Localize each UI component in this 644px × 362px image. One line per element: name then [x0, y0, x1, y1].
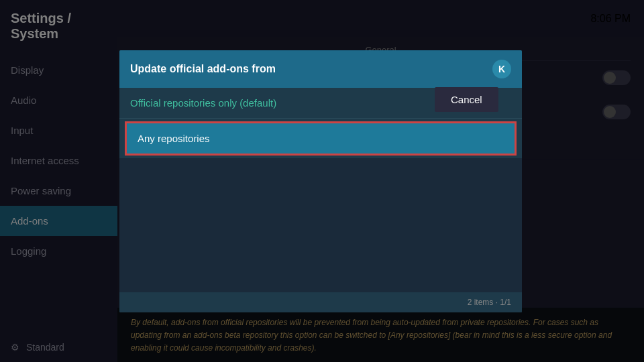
- kodi-logo-icon: K: [492, 60, 511, 78]
- dialog-body: Official repositories only (default) Any…: [119, 88, 522, 312]
- dialog-title: Update official add-ons from: [130, 63, 276, 75]
- dialog-empty-space: [119, 158, 522, 292]
- cancel-area: Cancel: [435, 87, 498, 112]
- option-any-repositories[interactable]: Any repositories: [125, 121, 517, 156]
- dialog-header: Update official add-ons from K: [119, 50, 522, 88]
- dialog-pagination: 2 items · 1/1: [119, 292, 522, 312]
- cancel-button[interactable]: Cancel: [435, 87, 498, 112]
